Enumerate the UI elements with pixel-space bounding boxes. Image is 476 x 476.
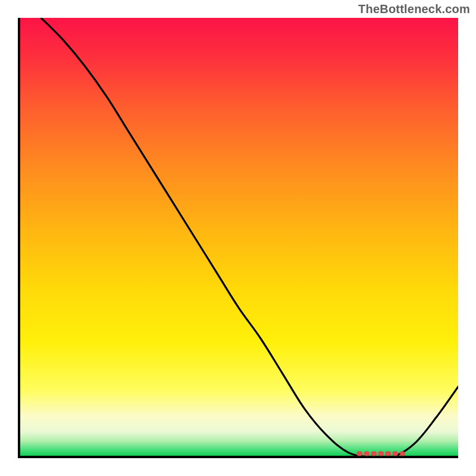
- minimum-marker-segment: [400, 452, 405, 456]
- minimum-marker-segment: [393, 452, 397, 456]
- minimum-marker-segment: [378, 452, 383, 456]
- heat-gradient-background: [19, 18, 458, 456]
- chart-plot-area: [18, 18, 458, 458]
- minimum-marker-segment: [371, 452, 376, 456]
- chart-frame: TheBottleneck.com: [0, 0, 476, 476]
- minimum-marker-segment: [357, 452, 362, 456]
- watermark-text: TheBottleneck.com: [358, 2, 470, 16]
- chart-svg: [18, 18, 458, 458]
- minimum-marker: [357, 452, 405, 456]
- minimum-marker-segment: [386, 452, 390, 456]
- minimum-marker-segment: [364, 452, 369, 456]
